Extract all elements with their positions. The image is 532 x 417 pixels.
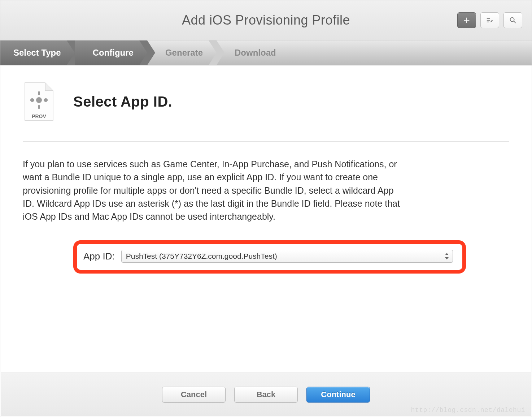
search-icon xyxy=(509,16,517,24)
edit-list-icon xyxy=(486,16,494,24)
svg-point-4 xyxy=(36,97,42,103)
file-label: PROV xyxy=(32,113,46,119)
app-id-label: App ID: xyxy=(83,251,115,262)
app-id-highlight: App ID: PushTest (375Y732Y6Z.com.good.Pu… xyxy=(73,240,466,274)
cancel-button[interactable]: Cancel xyxy=(162,387,226,403)
search-button[interactable] xyxy=(503,12,522,28)
step-label: Configure xyxy=(93,48,134,58)
continue-button[interactable]: Continue xyxy=(306,387,370,403)
updown-arrows-icon xyxy=(445,253,449,259)
step-label: Download xyxy=(235,48,276,58)
svg-point-0 xyxy=(510,18,514,22)
main-content: PROV Select App ID. If you plan to use s… xyxy=(0,65,532,288)
divider xyxy=(23,141,509,142)
title-row: PROV Select App ID. xyxy=(23,82,509,121)
svg-marker-15 xyxy=(445,257,449,259)
step-select-type[interactable]: Select Type xyxy=(0,40,75,65)
step-configure[interactable]: Configure xyxy=(75,40,147,65)
app-id-dropdown[interactable]: PushTest (375Y732Y6Z.com.good.PushTest) xyxy=(121,250,453,263)
app-id-block: App ID: PushTest (375Y732Y6Z.com.good.Pu… xyxy=(23,240,509,274)
plus-icon xyxy=(463,16,471,24)
svg-rect-5 xyxy=(38,91,40,95)
watermark-text: http://blog.csdn.net/dalehui xyxy=(411,407,525,414)
step-label: Select Type xyxy=(13,48,61,58)
add-button[interactable] xyxy=(457,12,476,28)
provisioning-file-icon: PROV xyxy=(23,82,55,121)
svg-rect-6 xyxy=(38,105,40,109)
description-text: If you plan to use services such as Game… xyxy=(23,158,405,223)
step-label: Generate xyxy=(165,48,203,58)
header-actions xyxy=(457,12,522,28)
edit-button[interactable] xyxy=(480,12,499,28)
back-button[interactable]: Back xyxy=(234,387,298,403)
step-generate[interactable]: Generate xyxy=(147,40,217,65)
svg-marker-14 xyxy=(445,253,449,255)
page-header: Add iOS Provisioning Profile xyxy=(0,0,532,40)
step-download[interactable]: Download xyxy=(217,40,290,65)
app-id-selected-value: PushTest (375Y732Y6Z.com.good.PushTest) xyxy=(126,252,277,261)
section-heading: Select App ID. xyxy=(73,94,172,110)
step-bar: Select Type Configure Generate Download xyxy=(0,40,532,65)
page-title: Add iOS Provisioning Profile xyxy=(182,13,350,28)
